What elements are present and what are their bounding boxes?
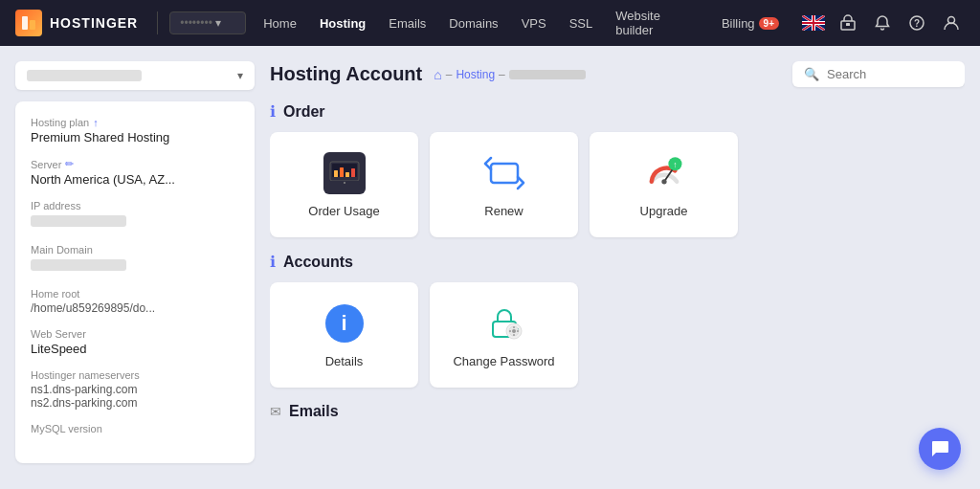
web-server-label: Web Server	[31, 328, 239, 340]
hosting-plan-value: Premium Shared Hosting	[31, 130, 239, 144]
main-domain-value	[31, 259, 126, 271]
nav-links: Home Hosting Emails Domains VPS SSL Webs…	[254, 3, 789, 43]
nameservers-field: Hostinger nameservers ns1.dns-parking.co…	[31, 369, 239, 410]
language-selector[interactable]	[800, 10, 827, 36]
svg-rect-12	[846, 23, 850, 26]
nav-ssl[interactable]: SSL	[560, 11, 603, 36]
user-icon[interactable]	[938, 10, 965, 36]
ip-value	[31, 215, 126, 227]
web-server-field: Web Server LiteSpeed	[31, 328, 239, 356]
page-title-area: Hosting Account ⌂ – Hosting –	[270, 63, 586, 85]
accounts-title-row: ℹ Accounts	[270, 253, 965, 271]
svg-rect-21	[351, 168, 355, 177]
main-domain-label: Main Domain	[31, 244, 239, 256]
order-usage-label: Order Usage	[308, 204, 379, 218]
logo-text: HOSTINGER	[50, 15, 138, 31]
emails-title-row: ✉ Emails	[270, 403, 965, 420]
hosting-plan-field: Hosting plan ↑ Premium Shared Hosting	[31, 117, 239, 144]
svg-rect-19	[340, 167, 344, 177]
breadcrumb: ⌂ – Hosting –	[434, 67, 586, 82]
svg-point-26	[661, 179, 666, 184]
svg-point-23	[344, 182, 345, 184]
emails-section: ✉ Emails	[270, 403, 965, 432]
svg-text:?: ?	[914, 18, 920, 29]
upgrade-card[interactable]: ↑ Upgrade	[590, 132, 738, 237]
svg-text:↑: ↑	[673, 159, 677, 168]
details-card[interactable]: i Details	[270, 282, 418, 388]
sidebar-info-card: Hosting plan ↑ Premium Shared Hosting Se…	[15, 101, 255, 463]
dropdown-text	[27, 70, 142, 81]
emails-title: Emails	[289, 403, 339, 420]
order-cards: Order Usage Renew	[270, 132, 965, 237]
svg-rect-18	[334, 170, 338, 177]
nav-home[interactable]: Home	[254, 11, 306, 36]
ns1-value: ns1.dns-parking.com	[31, 383, 239, 396]
account-dropdown[interactable]: ▾	[15, 61, 255, 90]
svg-point-32	[512, 329, 516, 333]
logo-icon	[15, 10, 42, 36]
details-icon: i	[323, 302, 366, 345]
ns2-value: ns2.dns-parking.com	[31, 396, 239, 410]
mysql-field: MySQL version	[31, 423, 239, 434]
nav-divider	[157, 11, 158, 34]
web-server-value: LiteSpeed	[31, 342, 239, 356]
svg-rect-0	[22, 16, 28, 30]
nav-domains[interactable]: Domains	[439, 11, 507, 36]
account-selector[interactable]: •••••••• ▾	[169, 11, 246, 34]
search-box[interactable]: 🔍	[792, 61, 965, 87]
breadcrumb-account	[509, 70, 586, 79]
details-label: Details	[325, 354, 364, 368]
upgrade-label: Upgrade	[640, 204, 688, 218]
logo[interactable]: HOSTINGER	[15, 10, 138, 36]
home-root-label: Home root	[31, 288, 239, 300]
ip-field: IP address	[31, 200, 239, 231]
main-layout: ▾ Hosting plan ↑ Premium Shared Hosting …	[0, 46, 980, 489]
svg-rect-35	[509, 330, 511, 332]
notifications-icon[interactable]	[869, 10, 896, 36]
change-password-label: Change Password	[453, 354, 554, 368]
ip-label: IP address	[31, 200, 239, 211]
hosting-plan-label: Hosting plan ↑	[31, 117, 239, 128]
svg-rect-36	[517, 330, 519, 332]
svg-rect-34	[513, 334, 515, 336]
order-title: Order	[283, 103, 325, 121]
svg-rect-1	[30, 20, 35, 30]
page-title: Hosting Account	[270, 63, 422, 85]
home-root-field: Home root /home/u859269895/do...	[31, 288, 239, 315]
help-icon[interactable]: ?	[903, 10, 930, 36]
upgrade-arrow-icon[interactable]: ↑	[93, 117, 99, 128]
nav-billing[interactable]: Billing 9+	[712, 11, 789, 36]
accounts-section: ℹ Accounts i Details	[270, 253, 965, 388]
order-usage-card[interactable]: Order Usage	[270, 132, 418, 237]
renew-label: Renew	[484, 204, 523, 218]
search-input[interactable]	[827, 67, 942, 81]
change-password-card[interactable]: Change Password	[430, 282, 578, 388]
order-title-row: ℹ Order	[270, 102, 965, 121]
search-icon: 🔍	[804, 67, 819, 81]
nav-vps[interactable]: VPS	[512, 11, 556, 36]
breadcrumb-sep1: –	[446, 68, 453, 81]
breadcrumb-hosting[interactable]: Hosting	[456, 68, 495, 81]
renew-icon	[483, 152, 525, 194]
svg-rect-24	[491, 164, 518, 183]
renew-card[interactable]: Renew	[430, 132, 578, 237]
server-value: North America (USA, AZ...	[31, 172, 239, 187]
breadcrumb-home-icon[interactable]: ⌂	[434, 67, 441, 82]
nav-hosting[interactable]: Hosting	[310, 11, 375, 36]
emails-lock-icon: ✉	[270, 404, 281, 419]
server-field: Server ✏ North America (USA, AZ...	[31, 158, 239, 187]
nameservers-label: Hostinger nameservers	[31, 369, 239, 381]
main-content: Hosting Account ⌂ – Hosting – 🔍 ℹ Order	[270, 61, 965, 474]
billing-badge: 9+	[759, 17, 779, 30]
change-password-icon	[483, 302, 525, 345]
accounts-info-icon: ℹ	[270, 253, 276, 271]
edit-icon[interactable]: ✏	[65, 158, 74, 170]
nav-website-builder[interactable]: Website builder	[606, 3, 708, 43]
svg-rect-20	[345, 172, 349, 177]
upgrade-icon: ↑	[643, 152, 685, 194]
svg-rect-10	[802, 22, 825, 24]
store-icon[interactable]	[835, 10, 861, 36]
sidebar: ▾ Hosting plan ↑ Premium Shared Hosting …	[15, 61, 255, 474]
nav-emails[interactable]: Emails	[379, 11, 435, 36]
chat-bubble[interactable]	[919, 428, 961, 470]
